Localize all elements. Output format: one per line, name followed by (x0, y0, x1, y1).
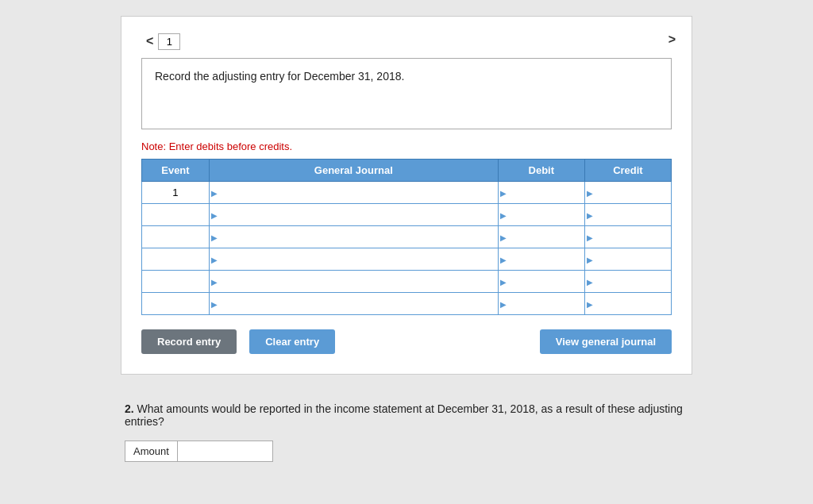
cell-arrow-icon: ▶ (587, 299, 593, 308)
col-header-debit: Debit (498, 160, 584, 182)
credit-input[interactable] (588, 229, 668, 244)
table-row: 1▶▶▶ (142, 182, 672, 204)
cell-arrow-icon: ▶ (500, 299, 507, 308)
journal-input[interactable] (213, 296, 495, 311)
journal-input[interactable] (213, 229, 495, 244)
credit-cell[interactable]: ▶ (584, 182, 671, 204)
event-cell (142, 248, 210, 271)
journal-input[interactable] (213, 185, 495, 200)
event-cell (142, 226, 210, 248)
col-header-general-journal: General Journal (209, 160, 498, 182)
debit-input[interactable] (502, 185, 581, 200)
cell-arrow-icon: ▶ (211, 210, 218, 219)
cell-arrow-icon: ▶ (587, 210, 593, 219)
event-cell (142, 293, 210, 315)
table-row: ▶▶▶ (142, 226, 672, 248)
section2: 2. What amounts would be reported in the… (121, 402, 692, 462)
cell-arrow-icon: ▶ (500, 277, 507, 286)
table-row: ▶▶▶ (142, 204, 672, 226)
question-number: 2. (125, 402, 137, 415)
debit-cell[interactable]: ▶ (498, 271, 584, 293)
clear-entry-button[interactable]: Clear entry (249, 329, 335, 354)
debit-cell[interactable]: ▶ (498, 226, 584, 248)
instruction-box: Record the adjusting entry for December … (141, 58, 672, 129)
journal-cell[interactable]: ▶ (209, 248, 498, 271)
table-row: ▶▶▶ (142, 293, 672, 315)
debit-cell[interactable]: ▶ (498, 204, 584, 226)
debit-input[interactable] (502, 274, 581, 289)
debit-input[interactable] (502, 252, 581, 267)
cell-arrow-icon: ▶ (587, 188, 593, 197)
journal-cell[interactable]: ▶ (209, 226, 498, 248)
journal-cell[interactable]: ▶ (209, 271, 498, 293)
debit-input[interactable] (502, 229, 581, 244)
credit-cell[interactable]: ▶ (584, 271, 671, 293)
event-cell: 1 (142, 182, 210, 204)
credit-input[interactable] (588, 274, 668, 289)
debit-input[interactable] (502, 296, 581, 311)
journal-input[interactable] (213, 252, 495, 267)
prev-arrow-button[interactable]: < (141, 33, 158, 50)
credit-input[interactable] (588, 185, 668, 200)
journal-cell[interactable]: ▶ (209, 293, 498, 315)
debit-cell[interactable]: ▶ (498, 182, 584, 204)
nav-arrows: < 1 (141, 33, 672, 50)
cell-arrow-icon: ▶ (211, 299, 218, 308)
debit-cell[interactable]: ▶ (498, 293, 584, 315)
page-number: 1 (158, 33, 180, 50)
record-entry-button[interactable]: Record entry (141, 329, 237, 354)
cell-arrow-icon: ▶ (500, 233, 507, 241)
amount-row: Amount (125, 441, 688, 462)
credit-input[interactable] (588, 296, 668, 311)
event-cell (142, 271, 210, 293)
journal-cell[interactable]: ▶ (209, 204, 498, 226)
amount-input[interactable] (178, 441, 273, 462)
credit-cell[interactable]: ▶ (584, 248, 671, 271)
view-general-journal-button[interactable]: View general journal (540, 329, 672, 354)
col-header-event: Event (142, 160, 210, 182)
cell-arrow-icon: ▶ (587, 255, 593, 264)
journal-input[interactable] (213, 207, 495, 222)
cell-arrow-icon: ▶ (500, 188, 507, 197)
page-container: < 1 > Record the adjusting entry for Dec… (121, 16, 692, 462)
journal-cell[interactable]: ▶ (209, 182, 498, 204)
credit-input[interactable] (588, 252, 668, 267)
credit-cell[interactable]: ▶ (584, 204, 671, 226)
note-text: Note: Enter debits before credits. (141, 140, 672, 152)
credit-cell[interactable]: ▶ (584, 293, 671, 315)
credit-input[interactable] (588, 207, 668, 222)
cell-arrow-icon: ▶ (211, 277, 218, 286)
amount-label: Amount (125, 441, 178, 462)
debit-cell[interactable]: ▶ (498, 248, 584, 271)
table-row: ▶▶▶ (142, 248, 672, 271)
cell-arrow-icon: ▶ (587, 233, 593, 241)
table-row: ▶▶▶ (142, 271, 672, 293)
next-arrow-button[interactable]: > (669, 33, 676, 47)
cell-arrow-icon: ▶ (500, 255, 507, 264)
question-text: What amounts would be reported in the in… (125, 402, 683, 428)
cell-arrow-icon: ▶ (500, 210, 507, 219)
event-cell (142, 204, 210, 226)
cell-arrow-icon: ▶ (211, 188, 218, 197)
journal-input[interactable] (213, 274, 495, 289)
cell-arrow-icon: ▶ (211, 233, 218, 241)
credit-cell[interactable]: ▶ (584, 226, 671, 248)
col-header-credit: Credit (584, 160, 671, 182)
question-card: < 1 > Record the adjusting entry for Dec… (121, 16, 692, 375)
actions-row: Record entry Clear entry View general jo… (141, 329, 672, 354)
cell-arrow-icon: ▶ (587, 277, 593, 286)
debit-input[interactable] (502, 207, 581, 222)
journal-table: Event General Journal Debit Credit 1▶▶▶▶… (141, 159, 672, 315)
cell-arrow-icon: ▶ (211, 255, 218, 264)
section2-title: 2. What amounts would be reported in the… (125, 402, 688, 428)
instruction-text: Record the adjusting entry for December … (155, 70, 404, 83)
